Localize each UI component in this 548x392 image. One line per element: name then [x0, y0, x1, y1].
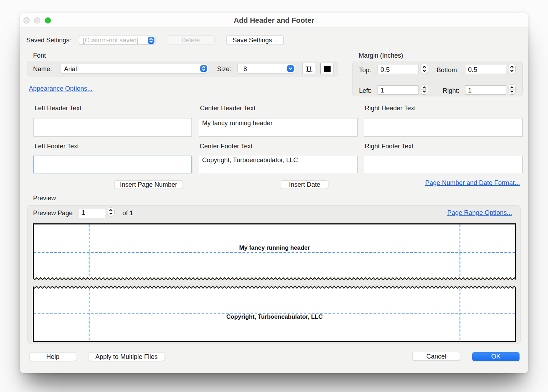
svg-text:Copyright, Turboencabulator, L: Copyright, Turboencabulator, LLC: [226, 313, 323, 320]
svg-text:My fancy running header: My fancy running header: [239, 244, 310, 251]
